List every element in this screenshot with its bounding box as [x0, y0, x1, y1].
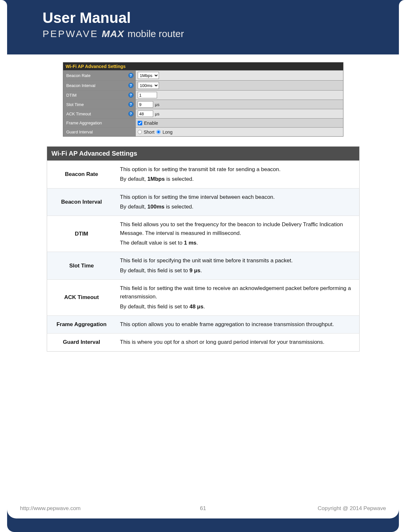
- label-text: Beacon Rate: [66, 73, 91, 78]
- guard-short-radio[interactable]: [138, 130, 142, 134]
- desc-def: This field is for setting the wait time …: [116, 280, 359, 316]
- page-body: Wi-Fi AP Advanced Settings Beacon Rate ?…: [7, 56, 399, 532]
- desc-def: This option allows you to enable frame a…: [116, 316, 359, 334]
- help-icon[interactable]: ?: [128, 92, 134, 98]
- desc-term: Beacon Rate: [47, 161, 116, 189]
- ack-timeout-input[interactable]: [138, 111, 153, 117]
- help-icon[interactable]: ?: [128, 111, 134, 116]
- row-ack-timeout: ACK Timeout ? μs: [63, 109, 343, 118]
- banner-corner-right: [399, 0, 406, 56]
- manual-subtitle: PEPWAVE MAX mobile router: [43, 28, 363, 39]
- desc-term: Slot Time: [47, 252, 116, 280]
- label-text: Frame Aggregation: [66, 121, 102, 125]
- value-beacon-rate: 1Mbps: [136, 71, 343, 80]
- label-slot-time: Slot Time ?: [63, 100, 136, 109]
- help-icon[interactable]: ?: [128, 73, 134, 78]
- value-guard-interval: Short Long: [136, 128, 343, 136]
- desc-line: By default, this field is set to 9 μs.: [120, 266, 355, 275]
- product-tag: mobile router: [127, 28, 184, 39]
- desc-def: This field is for specifying the unit wa…: [116, 252, 359, 280]
- label-beacon-rate: Beacon Rate ?: [63, 71, 136, 80]
- desc-def: This option is for setting the transmit …: [116, 161, 359, 189]
- desc-def: This option is for setting the time inte…: [116, 188, 359, 216]
- beacon-rate-select[interactable]: 1Mbps: [138, 72, 159, 79]
- row-frame-aggregation: Frame Aggregation Enable: [63, 118, 343, 127]
- guard-long-radio[interactable]: [156, 130, 161, 134]
- settings-screenshot: Wi-Fi AP Advanced Settings Beacon Rate ?…: [63, 62, 343, 137]
- desc-row-ack-timeout: ACK Timeout This field is for setting th…: [47, 280, 359, 316]
- label-text: ACK Timeout: [66, 111, 91, 116]
- desc-def: This is where you opt for a short or lon…: [116, 334, 359, 351]
- row-dtim: DTIM ?: [63, 90, 343, 100]
- guard-short-label: Short: [144, 130, 154, 135]
- value-dtim: [136, 91, 343, 100]
- description-header-row: Wi-Fi AP Advanced Settings: [47, 147, 359, 161]
- value-slot-time: μs: [136, 100, 343, 109]
- banner-inner: User Manual PEPWAVE MAX mobile router: [7, 3, 399, 56]
- desc-row-dtim: DTIM This field allows you to set the fr…: [47, 216, 359, 252]
- guard-long-label: Long: [163, 130, 173, 135]
- desc-def: This field allows you to set the frequen…: [116, 216, 359, 252]
- help-icon[interactable]: ?: [128, 102, 134, 107]
- manual-title: User Manual: [43, 9, 363, 26]
- value-frame-aggregation: Enable: [136, 119, 343, 127]
- footer-page-number: 61: [159, 505, 247, 512]
- desc-line: This option allows you to enable frame a…: [120, 320, 355, 329]
- row-guard-interval: Guard Interval Short Long: [63, 127, 343, 136]
- frame-agg-checkbox[interactable]: [138, 121, 142, 125]
- footer-url: http://www.pepwave.com: [20, 505, 159, 512]
- desc-term: Beacon Interval: [47, 188, 116, 216]
- page-footer: http://www.pepwave.com 61 Copyright @ 20…: [7, 502, 399, 532]
- desc-line: By default, this field is set to 48 μs.: [120, 303, 355, 311]
- desc-term: ACK Timeout: [47, 280, 116, 316]
- desc-line: By default, 100ms is selected.: [120, 203, 355, 211]
- label-text: Slot Time: [66, 102, 84, 107]
- label-guard-interval: Guard Interval: [63, 128, 136, 136]
- label-text: DTIM: [66, 93, 77, 98]
- slot-time-input[interactable]: [138, 101, 153, 108]
- desc-line: This option is for setting the time inte…: [120, 193, 355, 201]
- label-ack-timeout: ACK Timeout ?: [63, 109, 136, 118]
- row-beacon-rate: Beacon Rate ? 1Mbps: [63, 70, 343, 80]
- label-text: Guard Interval: [66, 130, 93, 134]
- product-name: MAX: [102, 28, 124, 39]
- desc-row-slot-time: Slot Time This field is for specifying t…: [47, 252, 359, 280]
- desc-term: DTIM: [47, 216, 116, 252]
- desc-row-beacon-rate: Beacon Rate This option is for setting t…: [47, 161, 359, 189]
- footer-copyright: Copyright @ 2014 Pepwave: [247, 505, 386, 512]
- footer-inner: http://www.pepwave.com 61 Copyright @ 20…: [7, 502, 399, 518]
- ack-timeout-unit: μs: [155, 111, 160, 116]
- desc-line: By default, 1Mbps is selected.: [120, 175, 355, 183]
- label-text: Beacon Interval: [66, 83, 95, 88]
- banner-corner-left: [0, 0, 7, 56]
- beacon-interval-select[interactable]: 100ms: [138, 82, 159, 89]
- label-beacon-interval: Beacon Interval ?: [63, 81, 136, 90]
- page-banner: User Manual PEPWAVE MAX mobile router: [0, 0, 406, 56]
- description-table: Wi-Fi AP Advanced Settings Beacon Rate T…: [47, 146, 360, 352]
- value-beacon-interval: 100ms: [136, 81, 343, 90]
- desc-term: Guard Interval: [47, 334, 116, 351]
- desc-row-guard-interval: Guard Interval This is where you opt for…: [47, 334, 359, 351]
- description-header: Wi-Fi AP Advanced Settings: [47, 147, 359, 161]
- desc-line: This field allows you to set the frequen…: [120, 220, 355, 237]
- label-frame-aggregation: Frame Aggregation: [63, 119, 136, 127]
- desc-line: The default value is set to 1 ms.: [120, 239, 355, 247]
- desc-row-frame-aggregation: Frame Aggregation This option allows you…: [47, 316, 359, 334]
- desc-line: This field is for specifying the unit wa…: [120, 256, 355, 265]
- desc-line: This field is for setting the wait time …: [120, 284, 355, 301]
- desc-line: This option is for setting the transmit …: [120, 165, 355, 174]
- desc-row-beacon-interval: Beacon Interval This option is for setti…: [47, 188, 359, 216]
- row-beacon-interval: Beacon Interval ? 100ms: [63, 80, 343, 90]
- slot-time-unit: μs: [155, 102, 160, 107]
- value-ack-timeout: μs: [136, 109, 343, 118]
- label-dtim: DTIM ?: [63, 91, 136, 100]
- help-icon[interactable]: ?: [128, 83, 134, 88]
- dtim-input[interactable]: [138, 92, 157, 98]
- brand-name: PEPWAVE: [43, 28, 98, 39]
- settings-header: Wi-Fi AP Advanced Settings: [63, 63, 343, 70]
- row-slot-time: Slot Time ? μs: [63, 100, 343, 109]
- frame-agg-enable-label: Enable: [144, 121, 158, 126]
- desc-term: Frame Aggregation: [47, 316, 116, 334]
- desc-line: This is where you opt for a short or lon…: [120, 338, 355, 346]
